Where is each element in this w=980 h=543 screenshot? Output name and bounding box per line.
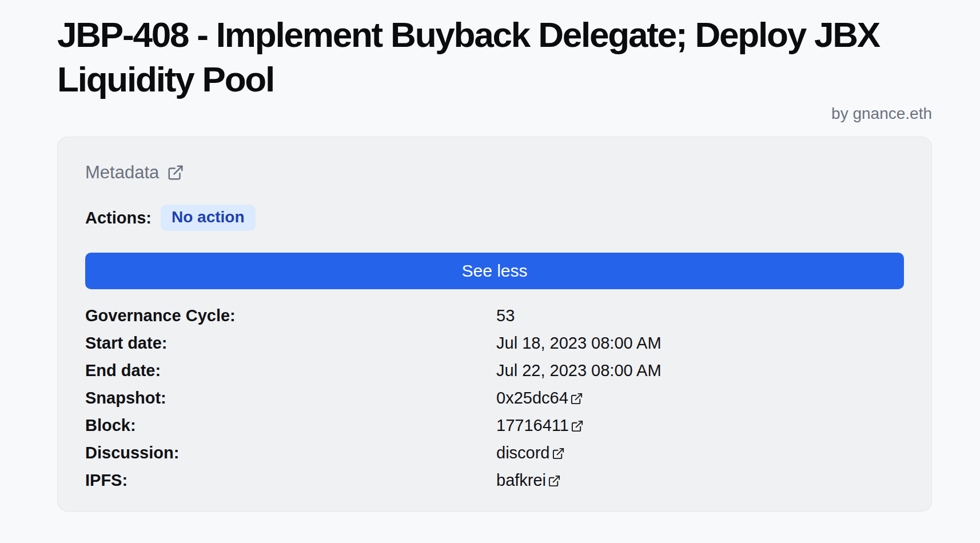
proposal-page: JBP-408 - Implement Buyback Delegate; De… [0,13,980,512]
metadata-row-label: IPFS: [85,471,496,490]
metadata-kv-table: Governance Cycle: 53 Start date: Jul 18,… [85,302,904,494]
metadata-card: Metadata Actions: No action See less Gov… [57,137,932,512]
no-action-badge: No action [161,205,256,231]
metadata-row-label: Start date: [85,334,496,353]
external-link-icon[interactable] [552,447,565,460]
metadata-row-value-text: discord [496,444,550,462]
metadata-row-label: Discussion: [85,444,496,462]
metadata-row-value: Jul 18, 2023 08:00 AM [496,334,904,353]
metadata-row-label: End date: [85,361,496,380]
metadata-row: Block: 17716411 [85,412,904,439]
metadata-row-value: 53 [496,306,904,325]
author-byline: by gnance.eth [57,105,932,123]
page-title-line2: Liquidity Pool [57,57,932,102]
see-less-button[interactable]: See less [85,253,904,289]
metadata-row-label: Governance Cycle: [85,306,496,325]
metadata-row-value: Jul 22, 2023 08:00 AM [496,361,904,380]
external-link-icon[interactable] [570,392,583,405]
metadata-row-label: Block: [85,416,496,435]
metadata-row-value-text: Jul 22, 2023 08:00 AM [496,361,662,380]
metadata-row: Snapshot: 0x25dc64 [85,384,904,412]
metadata-row-label: Snapshot: [85,389,496,408]
metadata-row-value-text: 0x25dc64 [496,389,568,408]
metadata-row-value[interactable]: discord [496,444,904,462]
external-link-icon[interactable] [167,164,184,181]
metadata-row: Governance Cycle: 53 [85,302,904,329]
metadata-row-value-text: 17716411 [496,416,569,435]
metadata-row-value[interactable]: 0x25dc64 [496,389,904,408]
page-title: JBP-408 - Implement Buyback Delegate; De… [57,13,932,101]
metadata-row: End date: Jul 22, 2023 08:00 AM [85,357,904,384]
metadata-row: Start date: Jul 18, 2023 08:00 AM [85,329,904,357]
metadata-row-value-text: Jul 18, 2023 08:00 AM [496,334,662,353]
actions-label: Actions: [85,209,152,227]
actions-row: Actions: No action [85,205,904,231]
metadata-row: IPFS: bafkrei [85,466,904,494]
page-title-line1: JBP-408 - Implement Buyback Delegate; De… [57,13,932,57]
external-link-icon[interactable] [571,420,584,433]
metadata-row-value[interactable]: bafkrei [496,471,904,490]
metadata-heading-row: Metadata [85,162,904,183]
metadata-heading: Metadata [85,162,159,183]
external-link-icon[interactable] [548,474,561,488]
metadata-row-value[interactable]: 17716411 [496,416,904,435]
metadata-row-value-text: bafkrei [496,471,546,490]
metadata-row: Discussion: discord [85,439,904,466]
metadata-row-value-text: 53 [496,306,515,325]
